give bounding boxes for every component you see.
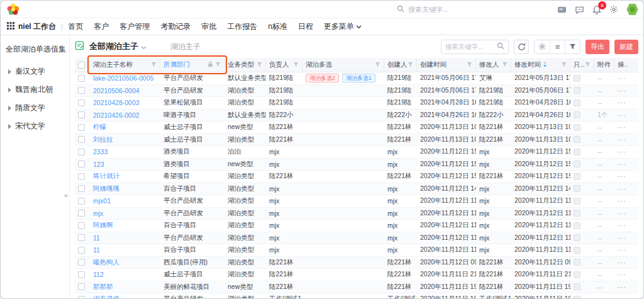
record-name-link[interactable]: mjx01 — [90, 195, 160, 207]
row-checkbox[interactable] — [78, 210, 85, 217]
readonly-cell[interactable] — [570, 269, 594, 281]
table-row[interactable]: 11平台产品研发湖泊类型mjxmjx2020年11月12日 11:11mjx20… — [75, 232, 638, 245]
row-select-cell[interactable] — [75, 208, 90, 220]
record-name-link[interactable]: 20210506-0004 — [90, 85, 160, 97]
row-checkbox[interactable] — [78, 296, 85, 299]
record-name-link[interactable]: 11 — [90, 232, 160, 244]
readonly-checkbox[interactable] — [574, 234, 580, 241]
filter-funnel-icon[interactable] — [561, 61, 567, 69]
column-header[interactable]: 创建人 — [384, 58, 417, 72]
nav-item[interactable]: 考勤记录 — [160, 21, 191, 32]
readonly-cell[interactable] — [570, 171, 594, 183]
table-row[interactable]: 将计就计希望项目湖泊类型陆221林陆221林2020年11月12日 15:15陆… — [75, 171, 638, 183]
readonly-cell[interactable] — [570, 293, 594, 299]
tags-cell[interactable] — [303, 121, 384, 133]
readonly-cell[interactable] — [570, 257, 594, 269]
record-name-link[interactable]: lake-20210506-0005 — [90, 72, 160, 84]
row-select-cell[interactable] — [75, 183, 90, 195]
tags-cell[interactable] — [303, 220, 384, 232]
table-row[interactable]: 刘拉拉威士忌子项目湖泊类型陆221林陆221林2020年11月13日 10:30… — [75, 134, 638, 147]
row-checkbox[interactable] — [78, 271, 85, 278]
row-actions-button[interactable]: ··· — [614, 208, 631, 220]
readonly-checkbox[interactable] — [574, 247, 580, 254]
sidebar-item[interactable]: 宋代文学 — [6, 117, 64, 135]
row-select-cell[interactable] — [75, 146, 90, 158]
readonly-checkbox[interactable] — [574, 271, 580, 278]
readonly-cell[interactable] — [570, 183, 594, 195]
row-select-cell[interactable] — [75, 281, 90, 293]
record-name-link[interactable]: 那那那 — [90, 281, 160, 293]
search-icon[interactable] — [497, 41, 504, 52]
row-checkbox[interactable] — [78, 222, 85, 229]
record-name-link[interactable]: 11 — [90, 244, 160, 256]
tags-cell[interactable] — [303, 110, 384, 121]
table-row[interactable]: 20210428-0003坚果松鼠项目湖泊类型陆219陆陆219陆2021年04… — [75, 97, 638, 110]
table-search[interactable] — [441, 40, 509, 54]
readonly-checkbox[interactable] — [574, 210, 580, 217]
row-select-cell[interactable] — [75, 97, 90, 109]
workbench-icon[interactable] — [557, 6, 567, 14]
row-actions-button[interactable]: ··· — [614, 244, 631, 256]
readonly-cell[interactable] — [570, 244, 594, 256]
row-checkbox[interactable] — [78, 136, 85, 143]
row-actions-button[interactable]: ··· — [614, 220, 631, 232]
row-select-cell[interactable] — [75, 232, 90, 244]
table-row[interactable]: 阿姨啊百合子项目湖泊类型mjxmjx2020年11月12日 11:16mjx20… — [75, 220, 638, 232]
row-actions-button[interactable]: ··· — [614, 293, 631, 299]
row-actions-button[interactable]: ··· — [614, 134, 631, 146]
tags-cell[interactable] — [303, 146, 384, 158]
table-search-input[interactable] — [445, 43, 497, 50]
row-checkbox[interactable] — [78, 87, 85, 94]
readonly-checkbox[interactable] — [574, 259, 580, 266]
select-all-checkbox[interactable] — [78, 62, 85, 69]
readonly-checkbox[interactable] — [574, 87, 580, 94]
row-select-cell[interactable] — [75, 171, 90, 183]
row-select-cell[interactable] — [75, 134, 90, 146]
row-select-cell[interactable] — [75, 195, 90, 207]
record-name-link[interactable]: 没有灵魂 — [90, 293, 160, 299]
table-row[interactable]: 20210506-0004平台产品研发湖泊类型陆219陆陆219陆2021年05… — [75, 85, 638, 98]
tags-cell[interactable] — [303, 134, 384, 146]
table-row[interactable]: 11百合子项目湖泊类型mjxmjx2020年11月12日 11:04mjx202… — [75, 244, 638, 257]
readonly-checkbox[interactable] — [574, 283, 580, 290]
record-name-link[interactable]: 2333 — [90, 146, 160, 158]
table-row[interactable]: 2333酒类项目泊泊mjxmjx2020年11月12日 15:25mjx2020… — [75, 146, 638, 159]
column-header[interactable]: 修改人 — [476, 58, 511, 72]
row-actions-button[interactable]: ··· — [614, 232, 631, 244]
row-checkbox[interactable] — [78, 185, 85, 192]
record-name-link[interactable]: 20210428-0003 — [90, 97, 160, 109]
expand-arrow-icon[interactable] — [8, 87, 11, 93]
user-avatar[interactable] — [626, 4, 638, 16]
row-actions-button[interactable]: ··· — [614, 110, 631, 121]
filter-funnel-icon[interactable] — [408, 61, 413, 69]
expand-arrow-icon[interactable] — [8, 124, 11, 129]
record-name-link[interactable]: 柠檬 — [90, 121, 160, 133]
nav-item[interactable]: 客户 — [94, 21, 109, 32]
readonly-checkbox[interactable] — [574, 75, 580, 82]
record-name-link[interactable]: mjx — [90, 208, 160, 220]
tags-cell[interactable] — [303, 183, 384, 195]
readonly-cell[interactable] — [570, 72, 594, 84]
readonly-checkbox[interactable] — [574, 149, 580, 155]
readonly-cell[interactable] — [570, 110, 594, 121]
row-select-cell[interactable] — [75, 244, 90, 256]
row-actions-button[interactable]: ··· — [614, 121, 631, 133]
column-header[interactable]: 业务类型 — [225, 58, 266, 72]
readonly-checkbox[interactable] — [574, 185, 580, 192]
row-density-icon[interactable]: ≡ — [550, 40, 565, 54]
readonly-cell[interactable] — [570, 159, 594, 171]
row-select-cell[interactable] — [75, 257, 90, 269]
row-actions-button[interactable]: ··· — [614, 257, 631, 269]
table-row[interactable]: 那那那美丽的鲜花项目new类型陆221林陆221林2020年11月11日 19:… — [75, 281, 638, 294]
row-actions-button[interactable]: ··· — [614, 72, 631, 84]
table-row[interactable]: mjx平台产品研发湖泊类型mjxmjx2020年11月12日 11:44mjx2… — [75, 208, 638, 220]
expand-arrow-icon[interactable] — [8, 69, 11, 74]
row-checkbox[interactable] — [78, 124, 85, 131]
readonly-cell[interactable] — [570, 232, 594, 244]
filter-funnel-icon[interactable] — [215, 61, 221, 69]
filter-funnel-icon[interactable] — [565, 40, 580, 54]
readonly-cell[interactable] — [570, 134, 594, 146]
refresh-button[interactable] — [514, 40, 529, 54]
column-header[interactable]: 湖泊多选 — [303, 58, 384, 72]
table-row[interactable]: 20210426-0002啤酒子项目默认业务类型陆222小陆222小2021年0… — [75, 110, 638, 122]
